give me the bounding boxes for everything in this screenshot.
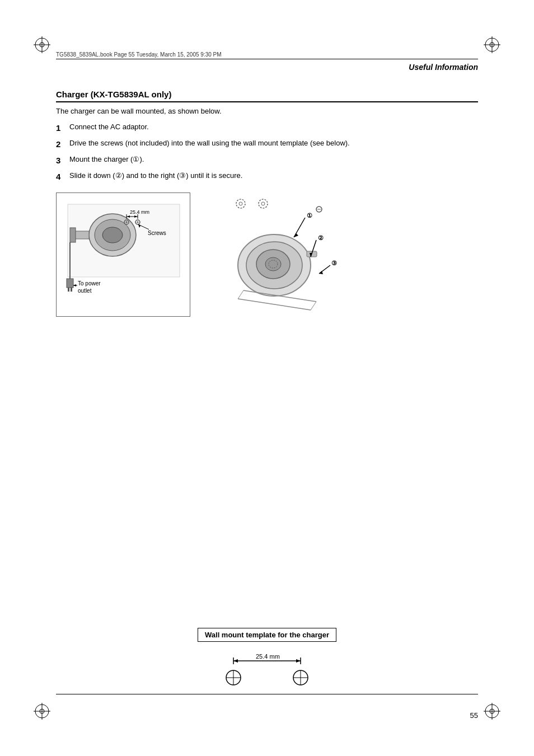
diagram-right: ① ② ③ [207,192,353,317]
header-area: TG5838_5839AL.book Page 55 Tuesday, Marc… [56,51,478,72]
svg-rect-21 [70,228,76,242]
right-diagram-svg: ① ② ③ [207,192,353,316]
svg-marker-74 [296,659,301,663]
step-2: 2 Drive the screws (not included) into t… [56,138,478,150]
reg-mark-br [481,700,503,722]
step-4: 4 Slide it down (②) and to the right (③)… [56,171,478,182]
reg-mark-bl [31,700,53,722]
template-section: Wall mount template for the charger 25.4… [56,628,478,689]
file-info: TG5838_5839AL.book Page 55 Tuesday, Marc… [56,51,478,58]
svg-marker-73 [233,659,238,663]
svg-text:①: ① [307,212,312,219]
svg-text:To power: To power [78,280,101,287]
header-rule [56,59,478,59]
section-title: Charger (KX-TG5839AL only) [56,90,478,102]
svg-line-57 [238,299,311,310]
step-4-text: Slide it down (②) and to the right (③) u… [69,171,478,182]
svg-text:②: ② [318,234,324,241]
template-title: Wall mount template for the charger [205,631,329,639]
step-3: 3 Mount the charger (①). [56,154,478,166]
page: TG5838_5839AL.book Page 55 Tuesday, Marc… [0,0,534,756]
svg-rect-40 [71,288,72,292]
svg-line-58 [238,290,243,299]
step-1-text: Connect the AC adaptor. [69,122,478,134]
template-diagram: Wall mount template for the charger 25.4… [56,628,478,689]
svg-point-48 [261,202,265,205]
svg-point-46 [239,202,242,205]
bottom-rule [56,694,478,694]
svg-text:outlet: outlet [78,288,92,294]
template-title-box: Wall mount template for the charger [198,628,336,642]
step-3-text: Mount the charger (①). [69,154,478,166]
page-number: 55 [470,711,478,720]
reg-mark-tl [31,34,53,56]
main-content: Charger (KX-TG5839AL only) The charger c… [56,90,478,317]
step-1-num: 1 [56,122,69,134]
page-title: Useful Information [56,63,478,72]
step-4-num: 4 [56,171,69,182]
svg-marker-44 [73,284,76,287]
svg-point-45 [236,199,245,208]
step-3-num: 3 [56,154,69,166]
step-1: 1 Connect the AC adaptor. [56,122,478,134]
svg-point-19 [102,227,123,243]
svg-text:25.4 mm: 25.4 mm [256,653,280,660]
svg-text:25.4 mm: 25.4 mm [130,209,149,215]
svg-text:③: ③ [331,260,337,266]
reg-mark-tr [481,34,503,56]
svg-text:Screws: Screws [148,230,166,236]
diagram-left-box: 25.4 mm Screws To power outlet [56,192,190,317]
intro-text: The charger can be wall mounted, as show… [56,107,478,115]
svg-line-59 [311,302,316,310]
svg-rect-39 [68,288,69,292]
template-measurement-svg: 25.4 mm [183,650,351,689]
step-2-num: 2 [56,138,69,150]
step-2-text: Drive the screws (not included) into the… [69,138,478,150]
svg-point-54 [265,257,281,271]
left-diagram-svg: 25.4 mm Screws To power outlet [62,199,185,311]
svg-point-47 [259,199,268,208]
svg-rect-38 [67,279,73,288]
diagram-area: 25.4 mm Screws To power outlet [56,192,478,317]
